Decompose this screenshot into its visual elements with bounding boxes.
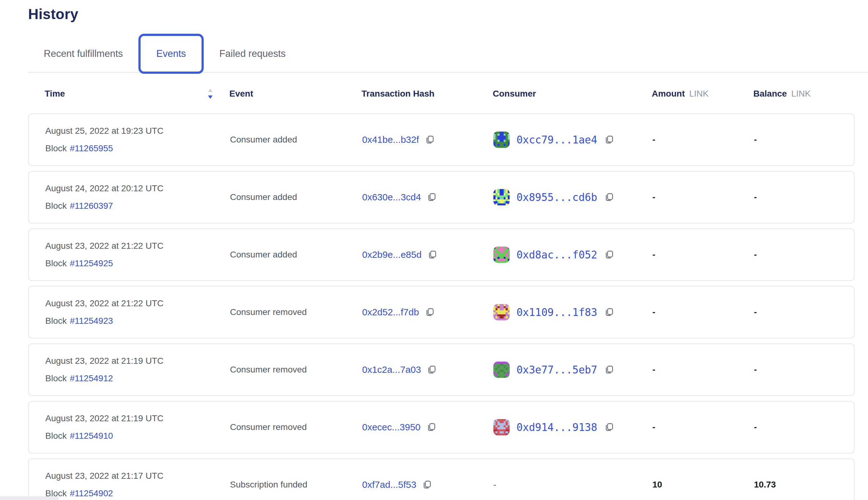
column-header-event: Event xyxy=(229,89,362,99)
time-cell: August 25, 2022 at 19:23 UTC Block #1126… xyxy=(29,126,230,154)
event-type: Consumer added xyxy=(230,135,362,145)
consumer-address-link[interactable]: 0xcc79...1ae4 xyxy=(516,134,597,146)
consumer-address-link[interactable]: 0xd914...9138 xyxy=(516,421,597,433)
copy-icon[interactable] xyxy=(426,422,436,432)
amount-value: - xyxy=(652,192,754,202)
amount-value: - xyxy=(652,422,754,432)
history-page: History Recent fulfillments Events Faile… xyxy=(0,0,868,500)
event-timestamp: August 23, 2022 at 21:17 UTC xyxy=(45,471,230,481)
block-line: Block #11254910 xyxy=(45,431,230,441)
transaction-hash-link[interactable]: 0x41be...b32f xyxy=(362,134,419,145)
transaction-hash-link[interactable]: 0x1c2a...7a03 xyxy=(362,364,421,375)
transaction-hash-link[interactable]: 0x2d52...f7db xyxy=(362,307,419,318)
consumer-cell: 0x8955...cd6b xyxy=(493,189,652,205)
block-label: Block xyxy=(45,259,67,269)
copy-icon[interactable] xyxy=(425,135,435,145)
table-body: August 25, 2022 at 19:23 UTC Block #1126… xyxy=(28,113,855,500)
consumer-identicon xyxy=(493,304,510,320)
transaction-hash-link[interactable]: 0x630e...3cd4 xyxy=(362,192,421,203)
sort-descending-icon[interactable] xyxy=(207,88,214,99)
block-number-link[interactable]: #11254912 xyxy=(70,373,113,384)
copy-icon[interactable] xyxy=(604,250,614,260)
balance-value: - xyxy=(754,365,854,375)
copy-icon[interactable] xyxy=(604,307,614,317)
time-header-label: Time xyxy=(45,89,65,99)
copy-icon[interactable] xyxy=(604,365,614,375)
block-number-link[interactable]: #11254902 xyxy=(70,488,113,498)
block-line: Block #11254925 xyxy=(45,259,230,269)
amount-value: - xyxy=(652,307,754,317)
time-cell: August 23, 2022 at 21:22 UTC Block #1125… xyxy=(29,241,230,269)
column-header-balance: BalanceLINK xyxy=(753,89,855,99)
consumer-address-link[interactable]: 0x1109...1f83 xyxy=(516,306,597,318)
block-line: Block #11254923 xyxy=(45,316,230,326)
transaction-hash-cell: 0x2d52...f7db xyxy=(362,307,493,318)
block-line: Block #11260397 xyxy=(45,201,230,211)
table-row: August 23, 2022 at 21:22 UTC Block #1125… xyxy=(28,286,855,339)
time-cell: August 23, 2022 at 21:19 UTC Block #1125… xyxy=(29,356,230,384)
transaction-hash-link[interactable]: 0xecec...3950 xyxy=(362,422,421,432)
amount-value: - xyxy=(652,250,754,260)
balance-value: - xyxy=(754,135,854,145)
time-cell: August 24, 2022 at 20:12 UTC Block #1126… xyxy=(29,183,230,211)
consumer-cell: 0x3e77...5eb7 xyxy=(493,362,652,378)
event-timestamp: August 23, 2022 at 21:19 UTC xyxy=(45,356,230,366)
balance-value: 10.73 xyxy=(754,480,854,490)
consumer-cell: 0x1109...1f83 xyxy=(493,304,652,320)
balance-value: - xyxy=(754,422,854,432)
copy-icon[interactable] xyxy=(604,422,614,432)
balance-value: - xyxy=(754,250,854,260)
copy-icon[interactable] xyxy=(426,192,436,202)
event-type: Consumer added xyxy=(230,250,362,260)
copy-icon[interactable] xyxy=(427,250,437,260)
transaction-hash-cell: 0x41be...b32f xyxy=(362,134,493,145)
viewport-edge-strip xyxy=(0,496,58,500)
table-row: August 24, 2022 at 20:12 UTC Block #1126… xyxy=(28,171,855,224)
transaction-hash-link[interactable]: 0xf7ad...5f53 xyxy=(362,479,416,490)
consumer-identicon xyxy=(493,362,510,378)
table-row: August 23, 2022 at 21:19 UTC Block #1125… xyxy=(28,401,855,453)
copy-icon[interactable] xyxy=(604,192,614,202)
block-line: Block #11265955 xyxy=(45,144,230,154)
consumer-address-link: - xyxy=(493,480,496,490)
tab-events[interactable]: Events xyxy=(138,34,204,74)
consumer-address-link[interactable]: 0xd8ac...f052 xyxy=(516,249,597,261)
consumer-address-link[interactable]: 0x8955...cd6b xyxy=(516,191,597,203)
amount-value: - xyxy=(652,135,754,145)
event-type: Consumer removed xyxy=(230,307,362,317)
transaction-hash-link[interactable]: 0x2b9e...e85d xyxy=(362,249,422,260)
transaction-hash-cell: 0x1c2a...7a03 xyxy=(362,364,493,375)
copy-icon[interactable] xyxy=(425,307,435,317)
table-row: August 23, 2022 at 21:19 UTC Block #1125… xyxy=(28,343,855,396)
balance-header-label: Balance xyxy=(753,89,787,99)
block-number-link[interactable]: #11254925 xyxy=(70,259,113,269)
block-number-link[interactable]: #11260397 xyxy=(70,201,113,211)
block-label: Block xyxy=(45,373,67,384)
column-header-consumer: Consumer xyxy=(493,89,652,99)
amount-value: 10 xyxy=(652,480,754,490)
consumer-address-link[interactable]: 0x3e77...5eb7 xyxy=(516,364,597,376)
block-number-link[interactable]: #11254910 xyxy=(70,431,113,441)
consumer-identicon xyxy=(493,247,510,263)
tab-recent-fulfillments[interactable]: Recent fulfillments xyxy=(28,34,138,74)
column-header-time[interactable]: Time xyxy=(28,88,229,99)
event-timestamp: August 23, 2022 at 21:22 UTC xyxy=(45,298,230,308)
column-header-amount: AmountLINK xyxy=(652,89,753,99)
balance-value: - xyxy=(754,307,854,317)
table-row: August 23, 2022 at 21:17 UTC Block #1125… xyxy=(28,458,855,500)
event-timestamp: August 23, 2022 at 21:22 UTC xyxy=(45,241,230,251)
block-number-link[interactable]: #11254923 xyxy=(70,316,113,326)
consumer-identicon xyxy=(493,419,510,435)
event-type: Consumer removed xyxy=(230,422,362,432)
block-number-link[interactable]: #11265955 xyxy=(70,144,113,154)
table-row: August 23, 2022 at 21:22 UTC Block #1125… xyxy=(28,228,855,281)
tab-failed-requests[interactable]: Failed requests xyxy=(204,34,301,74)
event-timestamp: August 23, 2022 at 21:19 UTC xyxy=(45,413,230,423)
transaction-hash-cell: 0x2b9e...e85d xyxy=(362,249,493,260)
copy-icon[interactable] xyxy=(604,135,614,145)
copy-icon[interactable] xyxy=(426,365,436,375)
copy-icon[interactable] xyxy=(422,480,432,490)
event-type: Subscription funded xyxy=(230,480,362,490)
amount-unit-label: LINK xyxy=(689,89,709,99)
consumer-cell: 0xd8ac...f052 xyxy=(493,247,652,263)
